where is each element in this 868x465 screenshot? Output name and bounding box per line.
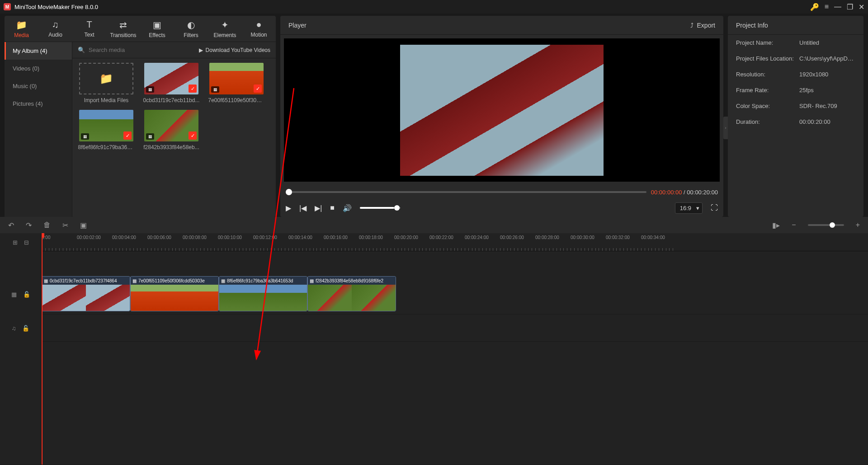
player-panel: Player ⤴ Export 00:00:00:00 / 00:00:20:0… [280,16,723,217]
playhead[interactable] [42,233,42,465]
close-button[interactable]: ✕ [859,3,864,11]
ruler-tick: 00:00:18:00 [359,235,383,240]
filters-icon: ◐ [187,19,195,30]
tab-label: Elements [213,32,236,38]
key-icon[interactable]: 🔑 [810,3,819,11]
check-icon: ✓ [254,85,262,93]
audio-track[interactable] [42,315,868,342]
image-type-icon: ▦ [146,86,154,93]
volume-icon[interactable]: 🔊 [343,204,352,212]
tab-effects[interactable]: ▣Effects [140,16,174,42]
aspect-ratio-select[interactable]: 16:9 [675,202,703,214]
audio-icon: ♫ [52,19,59,30]
info-value: C:\Users\yyf\AppDat... [799,55,855,62]
timeline-area: ↶ ↷ 🗑 ✂ ▣ ▮▸ − + ⊞⊟ ▦🔓 ♫🔓 0:0000:00:02:0… [0,217,868,465]
info-value: 25fps [799,87,855,94]
image-type-icon: ▦ [310,278,314,283]
tab-motion[interactable]: ●Motion [242,16,276,42]
track-headers: ⊞⊟ ▦🔓 ♫🔓 [0,233,42,465]
media-thumbnail[interactable]: ▦✓8f6ef86fc91c79ba36a... [77,110,136,150]
tab-audio[interactable]: ♫Audio [38,16,72,42]
lock-icon[interactable]: 🔓 [23,291,30,298]
effects-icon: ▣ [153,19,161,30]
volume-slider[interactable] [360,207,401,209]
sidebar-item[interactable]: My Album (4) [5,42,72,60]
maximize-button[interactable]: ❐ [847,3,853,11]
redo-button[interactable]: ↷ [26,221,32,230]
tab-text[interactable]: TText [72,16,106,42]
timeline-clip[interactable]: ▦0cbd31f19c7ecb11bdb7237f4864 [42,276,130,311]
info-value: Untitled [799,39,855,46]
search-input[interactable] [89,47,195,53]
play-button[interactable]: ▶ [286,204,291,212]
motion-icon: ● [256,19,261,30]
info-label: Frame Rate: [736,87,799,94]
media-thumbnail[interactable]: ▦✓0cbd31f19c7ecb11bd... [142,63,201,103]
clip-name: f2842b3933f84e58eb8d9168f6fe2 [316,278,383,283]
timeline-clip[interactable]: ▦7e00f651109e50f306fcdd50303e [130,276,219,311]
sidebar-item[interactable]: Pictures (4) [5,95,72,113]
crop-button[interactable]: ▣ [80,221,87,230]
ruler-tick: 00:00:14:00 [288,235,312,240]
video-track[interactable]: ▦0cbd31f19c7ecb11bdb7237f4864▦7e00f65110… [42,274,868,315]
zoom-out-button[interactable]: − [792,221,796,229]
image-type-icon: ▦ [211,86,219,93]
check-icon: ✓ [189,85,197,93]
media-thumbnail[interactable]: ▦✓f2842b3933f84e58eb... [142,110,201,150]
media-thumbnail[interactable]: ▦✓7e00f651109e50f306f... [207,63,266,103]
image-type-icon: ▦ [132,278,137,283]
stop-button[interactable]: ■ [330,204,335,212]
lock-icon[interactable]: 🔓 [22,325,29,332]
add-track-icon[interactable]: ⊞ [13,239,18,246]
progress-head[interactable] [286,189,292,195]
ruler-tick: 00:00:20:00 [394,235,418,240]
elements-icon: ✦ [221,19,229,30]
menu-icon[interactable]: ≡ [825,3,829,11]
timeline-ruler[interactable]: 0:0000:00:02:0000:00:04:0000:00:06:0000:… [42,233,868,251]
marker-icon[interactable]: ▮▸ [772,221,780,230]
undo-button[interactable]: ↶ [8,221,14,230]
text-icon: T [86,19,92,30]
info-row: Project Files Location:C:\Users\yyf\AppD… [728,51,863,66]
info-label: Resolution: [736,71,799,78]
folder-icon: 📁 [79,63,133,94]
export-button[interactable]: ⤴ Export [690,22,715,29]
collapse-button[interactable]: › [723,117,728,139]
export-icon: ⤴ [690,22,693,29]
ruler-tick: 00:00:16:00 [324,235,348,240]
title-bar: M MiniTool MovieMaker Free 8.0.0 🔑 ≡ — ❐… [0,0,868,14]
tab-label: Transitions [110,32,136,38]
info-row: Duration:00:00:20:00 [728,114,863,130]
thumbnail-image: ▦✓ [79,110,133,141]
split-button[interactable]: ✂ [62,221,68,230]
tab-media[interactable]: 📁Media [5,16,38,42]
import-media-button[interactable]: 📁Import Media Files [77,63,136,103]
tab-label: Text [84,32,94,38]
ruler-tick: 00:00:08:00 [183,235,207,240]
collapse-tracks-icon[interactable]: ⊟ [24,239,29,246]
sidebar-item[interactable]: Music (0) [5,77,72,95]
tab-elements[interactable]: ✦Elements [208,16,242,42]
timeline-tracks[interactable]: 0:0000:00:02:0000:00:04:0000:00:06:0000:… [42,233,868,465]
media-sidebar: My Album (4)Videos (0)Music (0)Pictures … [5,42,72,217]
fullscreen-button[interactable]: ⛶ [711,204,718,212]
tab-filters[interactable]: ◐Filters [174,16,208,42]
delete-button[interactable]: 🗑 [43,221,51,229]
next-frame-button[interactable]: ▶| [315,204,322,212]
timecode: 00:00:00:00 / 00:00:20:00 [651,189,718,196]
prev-frame-button[interactable]: |◀ [299,204,307,212]
zoom-slider[interactable] [808,224,844,226]
app-icon: M [4,3,11,10]
zoom-in-button[interactable]: + [856,221,860,229]
ruler-tick: 00:00:02:00 [77,235,101,240]
sidebar-item[interactable]: Videos (0) [5,60,72,77]
download-youtube-label: Download YouTube Videos [206,47,270,53]
thumbnail-image: ▦✓ [144,110,198,141]
download-youtube-link[interactable]: ▶ Download YouTube Videos [199,47,270,53]
minimize-button[interactable]: — [834,3,841,11]
timeline-clip[interactable]: ▦8f6ef86fc91c79ba36a3b641653d [219,276,307,311]
progress-bar[interactable] [286,191,646,193]
timeline-clip[interactable]: ▦f2842b3933f84e58eb8d9168f6fe2 [307,276,396,311]
ruler-tick: 00:00:34:00 [641,235,665,240]
tab-transitions[interactable]: ⇄Transitions [106,16,140,42]
